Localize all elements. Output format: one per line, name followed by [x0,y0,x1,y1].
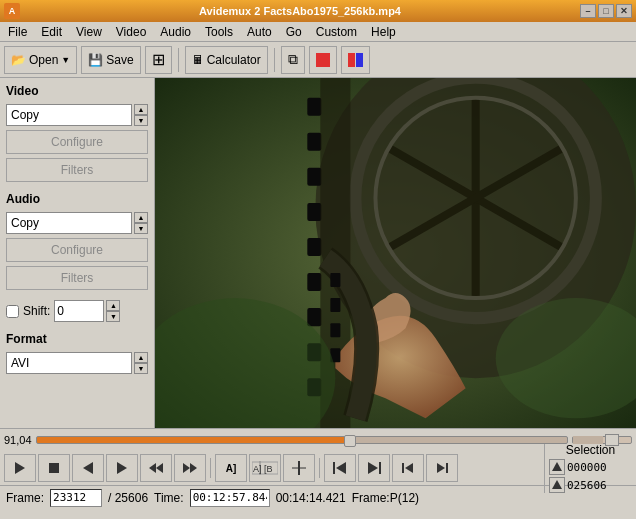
close-button[interactable]: ✕ [616,4,632,18]
audio-codec-down[interactable]: ▼ [134,223,148,234]
frame-value-input[interactable] [50,489,102,507]
audio-codec-spinner: ▲ ▼ [134,212,148,234]
stop-button[interactable] [38,454,70,482]
goto-start-button[interactable] [324,454,356,482]
unknown-btn-1[interactable]: ⊞ [145,46,172,74]
shift-up[interactable]: ▲ [106,300,120,311]
audio-configure-button[interactable]: Configure [6,238,148,262]
format-down[interactable]: ▼ [134,363,148,374]
audio-section-label: Audio [6,192,148,206]
open-button[interactable]: 📂 Open ▼ [4,46,77,74]
scrubber-thumb[interactable] [344,435,356,447]
format-up[interactable]: ▲ [134,352,148,363]
menu-item-video[interactable]: Video [110,23,152,41]
app-icon: A [4,3,20,19]
mark-b-button[interactable]: A] [B [249,454,281,482]
prev-frame-button[interactable] [72,454,104,482]
video-filters-button[interactable]: Filters [6,158,148,182]
open-dropdown-icon[interactable]: ▼ [61,55,70,65]
main-area: Video Copy ▲ ▼ Configure Filters Audio C… [0,78,636,428]
svg-marker-46 [552,480,562,489]
svg-rect-12 [307,273,321,291]
svg-text:A]: A] [253,464,262,474]
menu-item-view[interactable]: View [70,23,108,41]
shift-spin-btns: ▲ ▼ [106,300,120,322]
menu-item-edit[interactable]: Edit [35,23,68,41]
save-button[interactable]: 💾 Save [81,46,140,74]
selection-panel: Selection 000000 025606 [544,443,632,493]
color2-icon [348,53,363,67]
svg-rect-18 [330,298,340,312]
menu-item-file[interactable]: File [2,23,33,41]
svg-marker-23 [15,462,25,474]
svg-rect-7 [307,98,321,116]
scrubber-track[interactable] [36,436,568,444]
selection-a-value: 000000 [567,461,607,474]
shift-input[interactable] [54,300,104,322]
format-row: AVI ▲ ▼ [6,352,148,374]
time-end-label: 00:14:14.421 [276,491,346,505]
save-icon: 💾 [88,53,103,67]
toolbar: 📂 Open ▼ 💾 Save ⊞ 🖩 Calculator ⧉ [0,42,636,78]
shift-checkbox[interactable] [6,305,19,318]
format-select[interactable]: AVI [6,352,132,374]
cut-button[interactable] [283,454,315,482]
shift-down[interactable]: ▼ [106,311,120,322]
svg-marker-26 [117,462,127,474]
svg-marker-41 [405,463,413,473]
color-icon [316,53,330,67]
selection-b-marker[interactable] [549,477,565,493]
menu-item-tools[interactable]: Tools [199,23,239,41]
time-value-input[interactable] [190,489,270,507]
fast-forward-button[interactable] [174,454,206,482]
video-frame [155,78,636,428]
next-keyframe-button[interactable] [426,454,458,482]
audio-codec-select[interactable]: Copy [6,212,132,234]
calculator-button[interactable]: 🖩 Calculator [185,46,268,74]
menu-item-custom[interactable]: Custom [310,23,363,41]
view-btn-3[interactable] [341,46,370,74]
menu-item-auto[interactable]: Auto [241,23,278,41]
menu-item-go[interactable]: Go [280,23,308,41]
view-btn-1[interactable]: ⧉ [281,46,305,74]
next-frame-button[interactable] [106,454,138,482]
svg-marker-38 [336,462,346,474]
selection-b-value: 025606 [567,479,607,492]
open-folder-icon: 📂 [11,53,26,67]
titlebar: A Avidemux 2 FactsAbo1975_256kb.mp4 – □ … [0,0,636,22]
audio-filters-button[interactable]: Filters [6,266,148,290]
video-codec-spinner: ▲ ▼ [134,104,148,126]
rewind-button[interactable] [140,454,172,482]
audio-codec-up[interactable]: ▲ [134,212,148,223]
svg-rect-9 [307,168,321,186]
video-codec-down[interactable]: ▼ [134,115,148,126]
video-codec-up[interactable]: ▲ [134,104,148,115]
video-configure-button[interactable]: Configure [6,130,148,154]
selection-a-marker[interactable] [549,459,565,475]
mark-a-button[interactable]: A] [215,454,247,482]
prev-keyframe-button[interactable] [392,454,424,482]
view-btn-2[interactable] [309,46,337,74]
menu-item-audio[interactable]: Audio [154,23,197,41]
svg-marker-29 [183,463,190,473]
video-codec-row: Copy ▲ ▼ [6,104,148,126]
menu-item-help[interactable]: Help [365,23,402,41]
play-button[interactable] [4,454,36,482]
scrubber-row: 91,04 [0,429,636,451]
minimize-button[interactable]: – [580,4,596,18]
selection-a-row: 000000 [549,459,632,475]
titlebar-left: A [4,3,20,19]
titlebar-title: Avidemux 2 FactsAbo1975_256kb.mp4 [20,5,580,17]
format-section-label: Format [6,332,148,346]
goto-end-button[interactable] [358,454,390,482]
controls-row: A] A] [B [0,451,636,485]
time-label: Time: [154,491,184,505]
bottom-area: 91,04 [0,428,636,509]
svg-marker-40 [368,462,378,474]
selection-b-row: 025606 [549,477,632,493]
ctrl-sep-1 [210,458,211,478]
frame-type-label: Frame:P(12) [352,491,419,505]
video-codec-select[interactable]: Copy [6,104,132,126]
svg-rect-10 [307,203,321,221]
maximize-button[interactable]: □ [598,4,614,18]
